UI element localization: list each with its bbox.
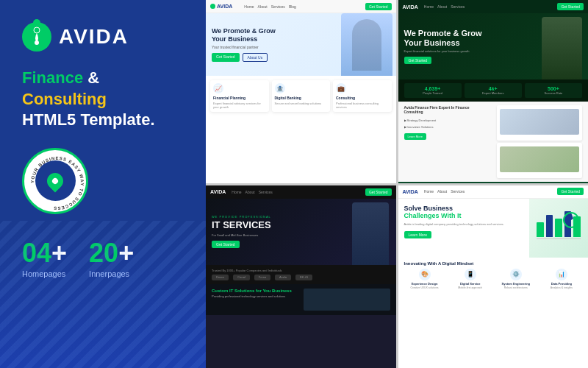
- ss2-trusted-text: Trusted By 1000+ Popular Companies and I…: [212, 269, 390, 272]
- engineering-icon: ⚙️: [510, 269, 522, 280]
- ss4-hero-chart: [529, 199, 588, 258]
- ss3-nav-btn[interactable]: Get Started: [557, 3, 584, 10]
- ss4-hero-desc: Avida is leading digital company providi…: [404, 222, 524, 226]
- ss4-hero: Solve BusinessChallenges With It Avida i…: [398, 199, 589, 258]
- ss2-logo-5: BK-41: [295, 275, 312, 280]
- logo-icon: [22, 22, 51, 52]
- ss3-service-img-1: [500, 109, 579, 135]
- ss1-get-started-btn[interactable]: Get Started: [212, 53, 240, 62]
- ss3-get-started-btn[interactable]: Get Started: [404, 57, 432, 64]
- svg-point-1: [34, 27, 40, 33]
- ss4-bar-1: [537, 222, 544, 237]
- ss4-feature-4: 📊 Data Providing Analytics & insights: [541, 269, 582, 289]
- badge-circle: YOUR BUSINESS EASY WAY TO SUCCESS: [22, 148, 88, 214]
- tagline-consulting: Consulting: [22, 90, 107, 108]
- experience-design-icon: 🎨: [419, 269, 431, 280]
- stat-homepages-label: Homepages: [22, 269, 67, 278]
- ss1-hero: We Promote & GrowYour Business Your trus…: [206, 13, 396, 76]
- ss1-about-btn[interactable]: About Us: [243, 53, 268, 62]
- stat-innerpages: 20+ Innerpages: [89, 240, 134, 278]
- tagline-html5: HTML5 Template.: [22, 110, 184, 131]
- stat-homepages-number: 04+: [22, 240, 67, 266]
- ss3-service-2: [497, 143, 582, 178]
- screenshot-consulting: AVIDA Home About Services Get Started We…: [398, 0, 589, 183]
- stat-innerpages-label: Innerpages: [89, 269, 134, 278]
- ss3-stat-1: 4,639+ People Trained: [404, 83, 462, 98]
- ss4-bottom: Innovating With A Digital Mindset 🎨 Expe…: [398, 258, 589, 293]
- ss1-hero-buttons: Get Started About Us: [212, 53, 276, 62]
- ss2-logo-1: Desco: [212, 275, 229, 280]
- ss3-hero-person: [542, 17, 582, 79]
- ss3-service-1: [497, 105, 582, 141]
- ss2-logo: AVIDA: [210, 189, 226, 194]
- financial-planning-icon: 📈: [213, 83, 223, 93]
- person-silhouette: [352, 19, 381, 71]
- ss3-hero: We Promote & GrowYour Business Expert fi…: [398, 13, 589, 79]
- ss1-hero-title: We Promote & GrowYour Business: [212, 27, 276, 43]
- ss1-card-2: 🏦 Digital Banking Secure and smart banki…: [272, 80, 331, 112]
- ss3-hero-title: We Promote & GrowYour Business: [404, 29, 482, 46]
- ss4-logo: AVIDA: [403, 189, 418, 194]
- ss1-nav-links: Home About Services Blog: [244, 4, 296, 9]
- ss2-hero-subtitle: For Small and Mid-Size Businesses: [212, 233, 271, 237]
- ss1-card-1: 📈 Financial Planning Expert financial ad…: [210, 80, 269, 112]
- ss4-nav-btn[interactable]: Get Started: [557, 188, 584, 195]
- ss4-feature-1: 🎨 Experience Design Creative UI/UX solut…: [404, 269, 445, 289]
- ss1-nav-btn[interactable]: Get Started: [365, 3, 392, 10]
- brand-name: AVIDA: [59, 25, 129, 49]
- ss3-stats: 4,639+ People Trained 4k+ Expert Members…: [398, 79, 589, 102]
- ss2-hero: WE PROVIDE PROFESSIONAL IT SERVICES For …: [206, 199, 396, 265]
- ss3-logo: AVIDA: [403, 4, 418, 10]
- ss1-hero-image: [341, 13, 392, 76]
- screenshot-solve-business: AVIDA Home About Services Get Started So…: [398, 185, 589, 369]
- screenshots-grid: AVIDA Home About Services Blog Get Start…: [206, 0, 588, 368]
- ss4-feature-3: ⚙️ System Engineering Robust architectur…: [495, 269, 537, 289]
- ss1-hero-subtitle: Your trusted financial partner: [212, 45, 276, 49]
- consulting-icon: 💼: [336, 83, 346, 93]
- ss2-it-image: [304, 289, 390, 311]
- tagline-amp: &: [83, 68, 99, 87]
- ss4-bar-3: [555, 219, 562, 237]
- stat-innerpages-number: 20+: [89, 240, 134, 266]
- ss2-logo-2: Canal: [233, 275, 249, 280]
- ss2-label: WE PROVIDE PROFESSIONAL: [212, 215, 271, 219]
- ss2-hero-title: IT SERVICES: [212, 220, 271, 230]
- ss2-nav-btn[interactable]: Get Started: [365, 188, 392, 196]
- ss4-navbar: AVIDA Home About Services Get Started: [398, 185, 589, 199]
- stat-homepages: 04+ Homepages: [22, 240, 67, 278]
- ss2-it-section: Custom IT Solutions for You Business Pro…: [206, 284, 396, 315]
- ss4-bar-2: [546, 215, 553, 237]
- data-icon: 📊: [556, 269, 567, 280]
- ss2-it-title: Custom IT Solutions for You Business: [212, 289, 298, 293]
- tagline: Finance & Consulting HTML5 Template.: [22, 68, 184, 131]
- ss4-bar-chart: [537, 208, 581, 248]
- ss4-bottom-title: Innovating With A Digital Mindset: [404, 261, 583, 266]
- ss2-it-desc: Providing professional technology servic…: [212, 294, 298, 298]
- screenshot-it-services: AVIDA Home About Services Get Started WE…: [206, 185, 396, 369]
- digital-service-icon: 📱: [465, 269, 476, 280]
- ss4-features: 🎨 Experience Design Creative UI/UX solut…: [404, 269, 583, 289]
- ss2-logo-3: Forsa: [254, 275, 270, 280]
- ss3-service-img-2: [500, 146, 579, 172]
- ss2-logo-4: Axela: [275, 275, 291, 280]
- ss2-navbar: AVIDA Home About Services Get Started: [206, 185, 396, 199]
- logo-area: AVIDA: [22, 22, 184, 52]
- ss3-hero-subtitle: Expert financial solutions for your busi…: [404, 49, 482, 53]
- left-panel: AVIDA Finance & Consulting HTML5 Templat…: [0, 0, 206, 368]
- banking-icon: 🏦: [275, 83, 285, 93]
- ss4-feature-2: 📱 Digital Service Mobile-first approach: [450, 269, 491, 289]
- ss1-logo: AVIDA: [210, 4, 232, 9]
- screenshot-finance: AVIDA Home About Services Blog Get Start…: [206, 0, 396, 183]
- ss2-trusted: Trusted By 1000+ Popular Companies and I…: [206, 265, 396, 284]
- ss1-cards: 📈 Financial Planning Expert financial ad…: [206, 76, 396, 116]
- ss4-learn-btn[interactable]: Learn More: [404, 231, 432, 238]
- ss3-hero-buttons: Get Started: [404, 57, 482, 64]
- ss2-logos: Desco Canal Forsa Axela BK-41: [212, 275, 390, 280]
- ss1-card-3: 💼 Consulting Professional business consu…: [333, 80, 392, 112]
- ss1-navbar: AVIDA Home About Services Blog Get Start…: [206, 0, 396, 13]
- ss3-services: Avida Finance Firm Expert In Finance Con…: [398, 102, 589, 182]
- stats-area: 04+ Homepages 20+ Innerpages: [22, 240, 184, 278]
- badge-area: YOUR BUSINESS EASY WAY TO SUCCESS: [22, 148, 184, 214]
- ss4-hero-title: Solve BusinessChallenges With It: [404, 205, 524, 221]
- ss3-navbar: AVIDA Home About Services Get Started: [398, 0, 589, 13]
